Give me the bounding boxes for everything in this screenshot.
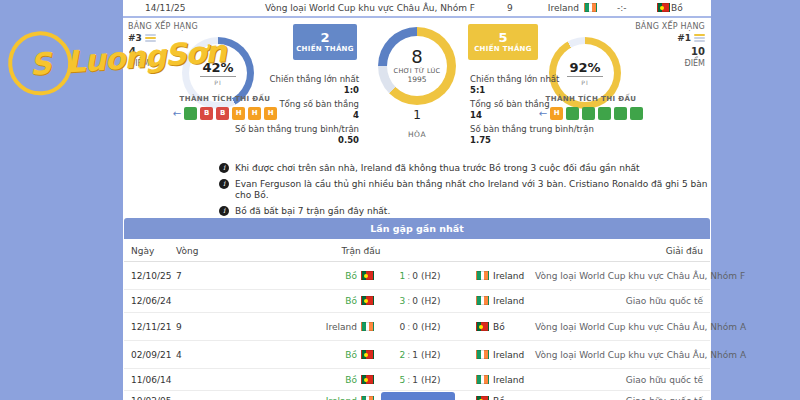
- match-tournament: Vòng loại World Cup khu vực Châu Âu, Nhó…: [535, 349, 703, 360]
- home-points-value: 4: [129, 46, 136, 57]
- h2h-since-label: CHƠI TỪ LÚC: [394, 67, 441, 75]
- home-performance-sub: PI: [214, 79, 221, 86]
- home-rank-value: #3: [128, 33, 142, 43]
- standings-icon: [694, 34, 705, 42]
- ireland-flag-icon: [476, 271, 489, 280]
- away-team-name: Ireland: [493, 271, 524, 281]
- away-team-name: Bồ: [493, 322, 505, 332]
- match-date: 11/06/14: [131, 375, 171, 385]
- home-team-name: Bồ: [345, 271, 357, 281]
- home-team-name: Bồ: [345, 296, 357, 306]
- match-tournament: Vòng loại World Cup khu vực Châu Âu, Nhó…: [535, 321, 703, 332]
- form-box: H: [232, 107, 245, 120]
- form-box: B: [216, 107, 229, 120]
- match-score: 5:1 (H2): [380, 375, 460, 385]
- form-box: H: [248, 107, 261, 120]
- away-form: THÀNH TÍCH THI ĐẤU ← H T T T T T: [521, 95, 661, 120]
- form-box: H: [550, 107, 563, 120]
- match-date: 02/09/21: [131, 350, 171, 360]
- match-round: 9: [176, 322, 182, 332]
- fixture-header[interactable]: 14/11/25 Vòng loại World Cup khu vực Châ…: [123, 0, 711, 18]
- away-wins-count: 5: [468, 31, 538, 45]
- table-row[interactable]: 02/09/21 4 Bồ 2:1 (H2) Ireland Vòng loại…: [124, 341, 710, 369]
- home-rank-block: BẢNG XẾP HẠNG #3: [128, 22, 198, 43]
- h2h-table: Lần gặp gần nhất Ngày Vòng Trận đấu Giải…: [124, 218, 710, 400]
- h2h-record-donut: 8 CHƠI TỪ LÚC 1995: [378, 27, 456, 105]
- home-team-name: Bồ: [345, 375, 357, 385]
- match-round: 4: [176, 350, 182, 360]
- match-score: 3:0 (H2): [380, 296, 460, 306]
- col-date: Ngày: [131, 246, 154, 256]
- table-row[interactable]: 12/06/24 Bồ 3:0 (H2) Ireland Giao hữu qu…: [124, 290, 710, 313]
- stat-label: Chiến thắng lớn nhất: [470, 74, 598, 85]
- standings-icon: [145, 34, 156, 42]
- h2h-since-year: 1995: [407, 75, 426, 84]
- fixture-round: 9: [507, 3, 513, 13]
- match-tournament: Giao hữu quốc tế: [535, 296, 703, 307]
- form-box: T: [184, 107, 197, 120]
- match-tournament: Vòng loại World Cup khu vực Châu Âu, Nhó…: [535, 270, 703, 281]
- table-row[interactable]: 12/10/25 7 Bồ 1:0 (H2) Ireland Vòng loại…: [124, 262, 710, 290]
- portugal-flag-icon: [361, 271, 374, 280]
- h2h-table-title: Lần gặp gần nhất: [124, 218, 710, 239]
- stat-label: Chiến thắng lớn nhất: [231, 74, 359, 85]
- away-team-name: Bồ: [493, 396, 505, 400]
- insight-notes: iKhi được chơi trên sân nhà, Ireland đã …: [219, 163, 711, 222]
- home-points-block: 4 ĐIỂM: [129, 46, 150, 68]
- info-icon: i: [219, 163, 229, 173]
- ireland-flag-icon: [361, 396, 374, 400]
- portugal-flag-icon: [476, 322, 489, 331]
- portugal-flag-icon: [361, 350, 374, 359]
- ireland-flag-icon: [476, 296, 489, 305]
- away-wins-label: CHIẾN THẮNG: [468, 45, 538, 53]
- show-more-button[interactable]: [381, 392, 455, 400]
- ireland-flag-icon: [476, 350, 489, 359]
- home-form: THÀNH TÍCH THI ĐẤU ← T B B H H H: [155, 95, 295, 120]
- portugal-flag-icon: [476, 396, 489, 400]
- home-wins-box: 2 CHIẾN THẮNG: [293, 24, 357, 60]
- home-team-name: Bồ: [345, 350, 357, 360]
- away-team-name: Ireland: [493, 375, 524, 385]
- h2h-column-headers: Ngày Vòng Trận đấu Giải đấu: [124, 239, 710, 262]
- away-form-label: THÀNH TÍCH THI ĐẤU: [521, 95, 661, 103]
- info-icon: i: [219, 179, 229, 189]
- h2h-draws-label: HÒA: [408, 130, 426, 139]
- form-box: T: [630, 107, 643, 120]
- match-date: 12/06/24: [131, 296, 171, 306]
- stat-value: 0.50: [231, 135, 359, 146]
- match-round: 7: [176, 271, 182, 281]
- away-wins-box: 5 CHIẾN THẮNG: [468, 24, 538, 60]
- away-points-value: 10: [691, 46, 705, 57]
- form-box: T: [598, 107, 611, 120]
- away-rank-block: BẢNG XẾP HẠNG #1: [635, 22, 705, 43]
- form-box: T: [566, 107, 579, 120]
- match-date: 12/10/25: [131, 271, 171, 281]
- home-team-name: Ireland: [326, 322, 357, 332]
- match-tournament: Giao hữu quốc tế: [535, 396, 703, 400]
- stat-label: Số bàn thắng trung bình/trận: [470, 124, 598, 135]
- home-wins-count: 2: [293, 31, 357, 45]
- main-panel: 14/11/25 Vòng loại World Cup khu vực Châ…: [123, 0, 711, 400]
- fixture-tournament: Vòng loại World Cup khu vực Châu Âu, Nhó…: [220, 3, 520, 13]
- away-rank-value: #1: [677, 33, 691, 43]
- form-direction-arrow-icon: ←: [173, 108, 181, 120]
- portugal-flag-icon: [361, 296, 374, 305]
- match-score: 1:0 (H2): [380, 271, 460, 281]
- ireland-flag-icon: [361, 322, 374, 331]
- home-wins-label: CHIẾN THẮNG: [293, 45, 357, 53]
- fixture-home-team: Ireland: [539, 3, 579, 13]
- away-points-label: ĐIỂM: [684, 59, 705, 68]
- portugal-flag-icon: [361, 375, 374, 384]
- match-tournament: Giao hữu quốc tế: [535, 374, 703, 385]
- table-row[interactable]: 11/06/14 Bồ 5:1 (H2) Ireland Giao hữu qu…: [124, 369, 710, 391]
- home-rank-label: BẢNG XẾP HẠNG: [128, 22, 198, 31]
- fixture-date: 14/11/25: [145, 3, 185, 13]
- ireland-flag-icon: [581, 3, 600, 13]
- h2h-draws-block: 1 HÒA: [378, 108, 456, 141]
- table-row[interactable]: 12/11/21 9 Ireland 0:0 (H2) Bồ Vòng loại…: [124, 313, 710, 341]
- match-score: 0:0 (H2): [380, 322, 460, 332]
- h2h-played-count: 8: [411, 48, 422, 66]
- form-box: T: [614, 107, 627, 120]
- home-points-label: ĐIỂM: [129, 59, 150, 68]
- match-date: 12/11/21: [131, 322, 171, 332]
